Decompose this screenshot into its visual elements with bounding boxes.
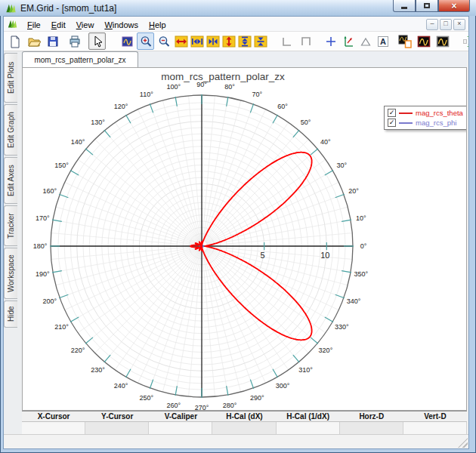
tab-strip: mom_rcs_pattern_polar_zx — [22, 51, 467, 67]
cursor-col-value — [212, 422, 276, 434]
angle-label: 300° — [276, 382, 290, 390]
angle-label: 120° — [114, 103, 128, 110]
cursor-table-values — [22, 422, 467, 434]
menu-file[interactable]: File — [22, 19, 46, 31]
expand-vertical-button[interactable] — [221, 33, 236, 49]
plot-style-dark-icon — [436, 35, 450, 48]
title-bar[interactable]: EM.Grid - [smom_tut1a] × — [0, 0, 476, 16]
mdi-minimize-button[interactable]: – — [426, 19, 438, 30]
corner-axes-button[interactable] — [279, 33, 295, 49]
content-row: Edit PlotsEdit GraphEdit AxesTrackerWork… — [4, 51, 468, 434]
box-axes-icon — [299, 35, 313, 48]
close-button[interactable]: × — [438, 0, 470, 12]
zoom-region-icon — [121, 35, 134, 48]
triangle-marker-button[interactable] — [357, 33, 373, 49]
zoom-region-button[interactable] — [119, 33, 135, 49]
crosshair-tool-icon — [324, 35, 338, 48]
box-axes-button[interactable] — [298, 33, 314, 49]
distribute-vertical-icon — [462, 35, 469, 48]
cursor-col-value — [340, 422, 403, 434]
cursor-col-header: H-Cal (dX) — [212, 411, 276, 421]
angle-label: 160° — [43, 187, 57, 195]
plot-area[interactable]: 5100°10°20°30°40°50°60°70°80°90°100°110°… — [22, 67, 467, 411]
sidebar-tab-edit-axes[interactable]: Edit Axes — [4, 157, 17, 204]
center-vertical-button[interactable] — [252, 33, 268, 49]
plot-style-selected-icon — [398, 35, 412, 48]
angle-label: 340° — [347, 297, 361, 305]
mdi-close-button[interactable]: × — [453, 19, 465, 30]
open-file-icon — [27, 35, 41, 48]
expand-horizontal-button[interactable] — [173, 33, 189, 49]
sidebar-tab-edit-graph[interactable]: Edit Graph — [4, 104, 17, 156]
cursor-col-header: V-Caliper — [149, 411, 212, 421]
angle-label: 150° — [54, 162, 69, 169]
sidebar-tab-edit-plots[interactable]: Edit Plots — [4, 53, 17, 103]
angle-label: 20° — [348, 187, 359, 195]
crosshair-tool-button[interactable] — [323, 33, 338, 49]
mdi-restore-button[interactable]: □ — [440, 19, 452, 30]
center-horizontal-button[interactable] — [205, 33, 221, 49]
chart-title: mom_rcs_pattern_polar_zx — [161, 71, 285, 82]
legend-checkbox[interactable]: ✓ — [388, 119, 396, 127]
angle-label: 350° — [354, 270, 368, 278]
new-document-button[interactable] — [7, 33, 23, 49]
menu-windows[interactable]: Windows — [99, 19, 144, 31]
sidebar-tab-tracker[interactable]: Tracker — [4, 205, 17, 246]
save-file-button[interactable] — [45, 33, 60, 49]
angle-label: 250° — [139, 394, 153, 402]
angle-label: 70° — [252, 91, 262, 98]
pointer-tool-button[interactable] — [88, 32, 106, 50]
menu-help[interactable]: Help — [144, 19, 172, 31]
corner-axes-icon — [280, 35, 294, 48]
window-body: FileEditViewWindowsHelp –□× ALayout Edit… — [3, 16, 469, 449]
document-column: mom_rcs_pattern_polar_zx 5100°10°20°30°4… — [22, 51, 468, 434]
shrink-vertical-button[interactable] — [236, 33, 252, 49]
cursor-col-header: Horz-D — [340, 411, 403, 421]
angle-label: 240° — [114, 382, 128, 390]
window-title: EM.Grid - [smom_tut1a] — [20, 3, 116, 14]
axes-tool-button[interactable] — [340, 33, 356, 49]
plot-style-red-button[interactable] — [416, 33, 431, 49]
legend-checkbox[interactable]: ✓ — [388, 109, 396, 117]
angle-label: 290° — [250, 394, 264, 402]
print-button[interactable] — [66, 33, 82, 49]
open-file-button[interactable] — [26, 33, 42, 49]
document-tab-label: mom_rcs_pattern_polar_zx — [34, 56, 125, 64]
document-tab[interactable]: mom_rcs_pattern_polar_zx — [22, 51, 138, 67]
legend-label: mag_rcs_phi — [416, 119, 456, 127]
shrink-horizontal-icon — [190, 35, 204, 48]
shrink-horizontal-button[interactable] — [189, 33, 205, 49]
angle-label: 180° — [33, 242, 48, 250]
legend-label: mag_rcs_theta — [416, 109, 463, 117]
maximize-button[interactable] — [416, 0, 438, 12]
cursor-readout-table: X-CursorY-CursorV-CaliperH-Cal (dX)H-Cal… — [22, 411, 467, 434]
menu-view[interactable]: View — [71, 19, 100, 31]
angle-label: 320° — [319, 347, 333, 354]
plot-style-selected-button[interactable] — [397, 33, 413, 49]
cursor-col-value — [277, 422, 340, 434]
document-logo-icon — [8, 19, 17, 29]
plot-style-red-icon — [417, 35, 431, 48]
new-document-icon — [8, 35, 22, 48]
cursor-col-value — [149, 422, 212, 434]
shrink-vertical-icon — [238, 35, 252, 48]
zoom-in-button[interactable] — [137, 32, 154, 50]
sidebar-tab-workspace[interactable]: Workspace — [4, 248, 17, 299]
angle-label: 60° — [277, 103, 288, 110]
close-icon: × — [451, 2, 456, 11]
angle-label: 110° — [140, 91, 153, 98]
plot-style-dark-button[interactable] — [434, 33, 450, 49]
minimize-button[interactable] — [393, 0, 416, 12]
zoom-out-button[interactable] — [156, 33, 172, 49]
menu-edit[interactable]: Edit — [46, 19, 71, 31]
angle-label: 200° — [43, 297, 57, 305]
plot-legend[interactable]: ✓mag_rcs_theta✓mag_rcs_phi — [384, 106, 467, 130]
cursor-col-value — [22, 422, 85, 434]
resize-grip-icon[interactable] — [458, 438, 468, 448]
legend-entry-mag_rcs_theta: ✓mag_rcs_theta — [388, 109, 463, 117]
toolbar: ALayout — [4, 32, 468, 51]
angle-label: 230° — [91, 366, 105, 374]
legend-line-sample — [399, 112, 413, 114]
sidebar-tab-hide[interactable]: Hide — [4, 300, 17, 328]
text-annotation-button[interactable]: A — [375, 33, 391, 49]
